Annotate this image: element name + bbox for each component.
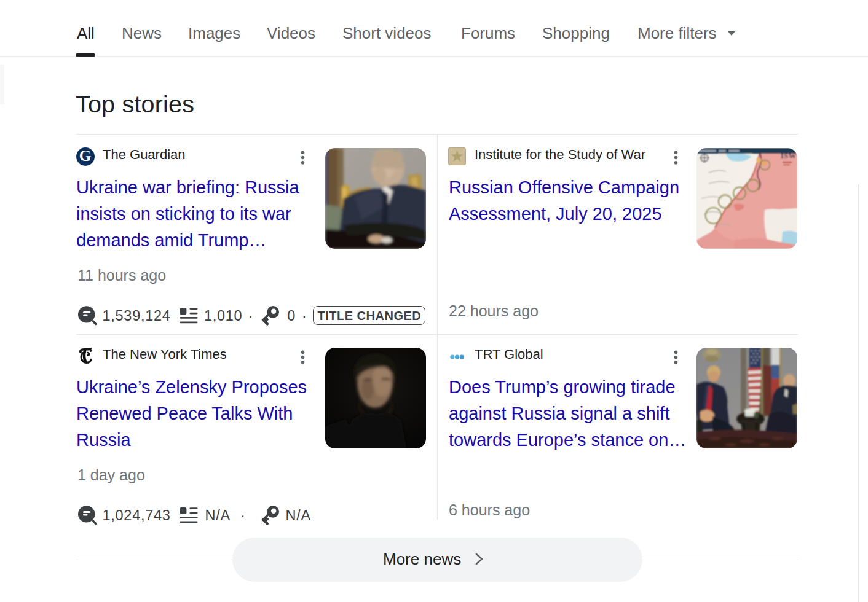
svg-text:ISW: ISW xyxy=(781,152,797,160)
